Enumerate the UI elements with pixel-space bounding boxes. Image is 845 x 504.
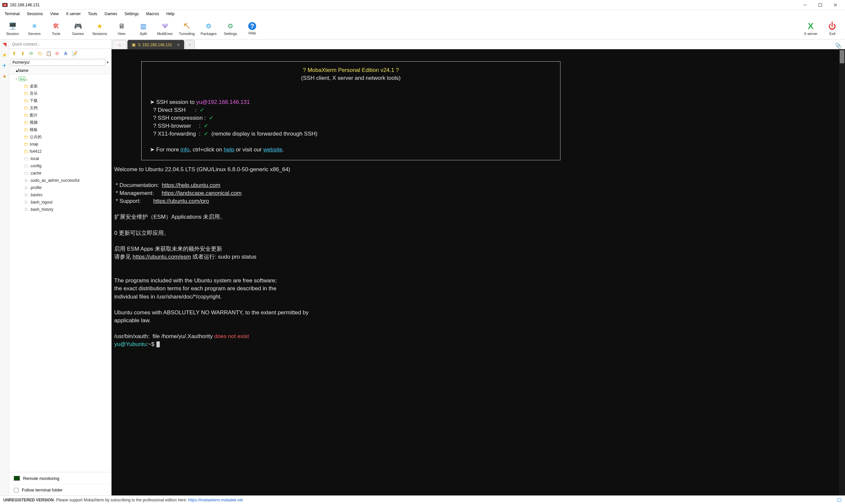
menu-view[interactable]: View [47,11,62,17]
folder-icon: 🗀 [22,142,30,147]
tree-folder[interactable]: 🗀snap [9,141,111,148]
main-pane: ⌂ ▣ 3. 192.168.146.131 × ＋ 📎 ? MobaXterm… [111,40,845,496]
tool-help[interactable]: ?Help [242,19,262,39]
menu-help[interactable]: Help [163,11,178,17]
file-tree[interactable]: ▪⮢.. 🗀桌面 🗀音乐 🗀下载 🗀文档 🗀图片 🗀视频 🗀模板 🗀公共的 🗀s… [9,74,111,472]
sftp-copy-icon[interactable]: 📋 [46,51,52,56]
tool-games[interactable]: 🎮Games [68,19,88,39]
minimize-button[interactable] [797,0,813,10]
path-input[interactable] [11,59,105,66]
sftp-download-icon[interactable]: ⬇ [20,51,26,56]
tree-up[interactable]: ▪⮢.. [9,75,111,83]
tree-folder[interactable]: 🗀视频 [9,119,111,126]
tree-file[interactable]: 🗎.sudo_as_admin_successful [9,177,111,184]
maximize-button[interactable] [813,0,828,10]
strip-pin-icon[interactable]: ◥ [2,41,7,48]
sftp-props-icon[interactable]: A [63,51,69,56]
tree-folder[interactable]: 🗀模板 [9,126,111,133]
close-button[interactable] [828,0,843,10]
session-icon: 🖥️ [8,21,17,31]
monitor-icon [14,476,20,481]
tree-folder[interactable]: 🗀下载 [9,97,111,104]
servers-icon: ✳ [30,21,39,31]
folder-icon: 🗀 [22,98,30,103]
banner-box: ? MobaXterm Personal Edition v24.1 ? (SS… [141,61,561,160]
sftp-upload-icon[interactable]: ⬆ [11,51,17,56]
sftp-refresh-icon[interactable]: ⟳ [29,51,34,56]
tree-folder-hidden[interactable]: 🗀.cache [9,169,111,177]
tab-home[interactable]: ⌂ [112,40,127,49]
status-monitor-icon[interactable]: 🖵 [837,497,842,503]
menu-games[interactable]: Games [101,11,121,17]
multiexec-icon: Ψ [160,21,170,31]
sftp-delete-icon[interactable]: ⊘ [54,51,60,56]
tool-session[interactable]: 🖥️Session [3,19,22,39]
menu-terminal[interactable]: Terminal [1,11,23,17]
menubar: Terminal Sessions View X server Tools Ga… [0,10,845,18]
tree-folder[interactable]: 🗀桌面 [9,83,111,90]
tree-folder[interactable]: 🗀fs4412 [9,148,111,155]
menu-macros[interactable]: Macros [143,11,162,17]
tool-xserver[interactable]: XX server [801,19,821,39]
menu-sessions[interactable]: Sessions [23,11,46,17]
tool-tunneling[interactable]: ⛏Tunneling [177,19,197,39]
sftp-newfolder-icon[interactable]: 🗀 [37,51,43,56]
strip-star-icon[interactable]: ★ [2,52,7,58]
file-icon: 🗎 [22,192,30,198]
tool-exit[interactable]: ⏻Exit [823,19,842,39]
exit-icon: ⏻ [828,21,837,31]
file-icon: 🗎 [22,185,30,190]
terminal-tab-icon: ▣ [132,42,136,47]
file-icon: 🗎 [22,207,30,212]
strip-plane-icon[interactable]: ✈ [2,63,7,69]
tree-file[interactable]: 🗎.bash_history [9,206,111,213]
menu-xserver[interactable]: X server [63,11,84,17]
terminal-scrollbar[interactable] [839,50,845,496]
tool-view[interactable]: 🖥View [111,19,131,39]
tree-folder[interactable]: 🗀文档 [9,104,111,111]
follow-terminal-checkbox[interactable] [14,488,18,492]
tab-new[interactable]: ＋ [185,40,195,49]
xserver-icon: X [806,21,815,31]
tool-tools[interactable]: 🛠Tools [46,19,66,39]
tree-header-name[interactable]: ▴ Name [9,67,111,74]
tab-close-icon[interactable]: × [177,42,179,48]
svg-text:M: M [4,4,6,6]
menu-settings[interactable]: Settings [121,11,142,17]
tree-folder[interactable]: 🗀图片 [9,111,111,119]
titlebar: M 192.168.146.131 [0,0,845,10]
paperclip-icon[interactable]: 📎 [835,42,842,49]
strip-globe-icon[interactable]: ● [2,73,7,79]
tree-folder-hidden[interactable]: 🗀.local [9,155,111,162]
help-icon: ? [248,22,256,30]
tool-servers[interactable]: ✳Servers [24,19,44,39]
scrollbar-thumb[interactable] [840,50,844,63]
tool-split[interactable]: ▥Split [133,19,153,39]
tree-file[interactable]: 🗎.bashrc [9,191,111,199]
tab-session-active[interactable]: ▣ 3. 192.168.146.131 × [127,40,184,49]
tools-icon: 🛠 [52,21,61,31]
tool-sessions[interactable]: ★Sessions [90,19,110,39]
tree-folder[interactable]: 🗀音乐 [9,90,111,97]
tool-multiexec[interactable]: ΨMultiExec [155,19,175,39]
sessions-icon: ★ [95,21,104,31]
tree-file[interactable]: 🗎.profile [9,184,111,191]
menu-tools[interactable]: Tools [85,11,101,17]
status-message: - Please support MobaXterm by subscribin… [54,498,187,502]
side-strip: ◥ ★ ✈ ● [0,40,9,496]
tool-packages[interactable]: ⚙Packages [199,19,218,39]
sftp-text-icon[interactable]: 📝 [71,51,77,56]
tool-settings[interactable]: ⚙Settings [221,19,240,39]
tree-folder[interactable]: 🗀公共的 [9,133,111,141]
quick-connect-input[interactable]: Quick connect... [9,40,111,49]
status-unregistered: UNREGISTERED VERSION [3,498,54,502]
status-link[interactable]: https://mobaxterm.mobatek.net [188,498,243,502]
file-icon: 🗎 [22,200,30,205]
tree-folder-hidden[interactable]: 🗀.config [9,162,111,169]
remote-monitoring-button[interactable]: Remote monitoring [9,472,111,484]
folder-hidden-icon: 🗀 [22,156,30,161]
path-dropdown-icon[interactable]: ▾ [105,60,110,65]
terminal[interactable]: ? MobaXterm Personal Edition v24.1 ? (SS… [111,50,845,496]
tree-file[interactable]: 🗎.bash_logout [9,199,111,206]
terminal-content: ? MobaXterm Personal Edition v24.1 ? (SS… [113,52,843,357]
